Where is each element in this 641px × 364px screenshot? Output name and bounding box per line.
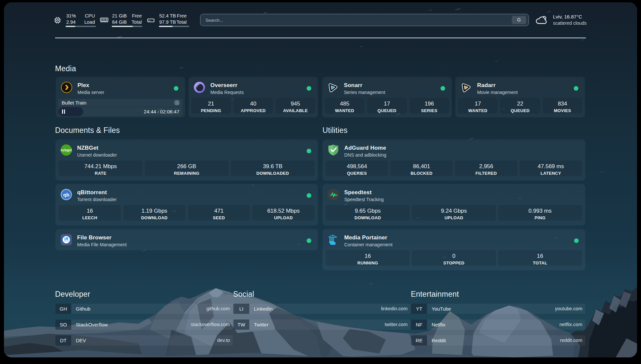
svg-text:nzbget: nzbget <box>61 148 72 152</box>
svg-text:qb: qb <box>63 192 69 197</box>
